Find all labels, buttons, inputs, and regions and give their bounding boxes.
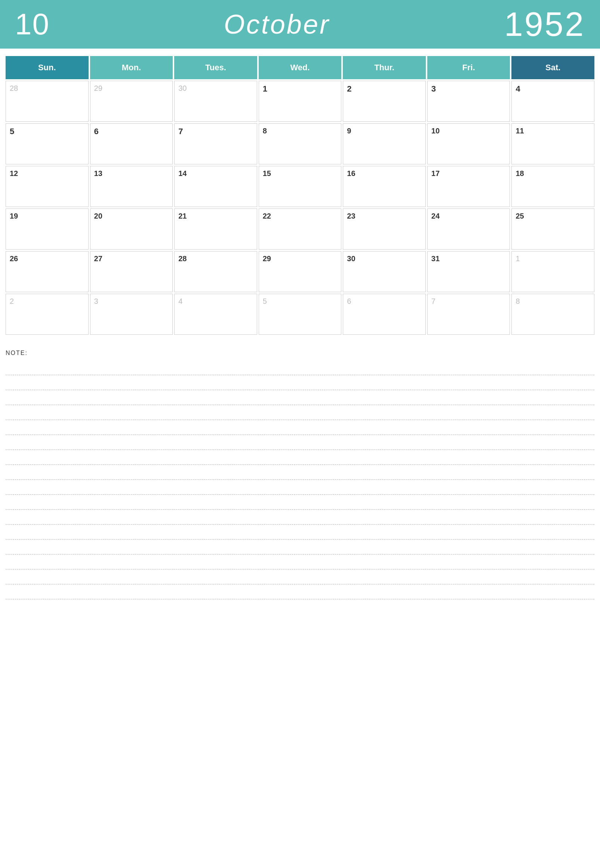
day-number: 31	[432, 254, 439, 263]
calendar-cell: 29	[259, 251, 342, 292]
calendar-header: 10 October 1952	[0, 0, 600, 48]
day-number: 9	[347, 127, 351, 135]
days-header: Sun.Mon.Tues.Wed.Thur.Fri.Sat.	[6, 56, 594, 79]
calendar-cell: 8	[259, 123, 342, 165]
day-header-mon: Mon.	[90, 56, 173, 79]
calendar-cell: 13	[90, 166, 173, 207]
calendar-cell: 24	[427, 209, 510, 250]
day-number: 22	[263, 212, 271, 220]
calendar-cell: 20	[90, 209, 173, 250]
day-number: 7	[432, 297, 435, 305]
day-number: 28	[10, 84, 18, 92]
day-number: 21	[178, 212, 186, 220]
day-number: 8	[515, 297, 520, 305]
note-line	[6, 495, 594, 510]
calendar-cell: 28	[6, 81, 89, 122]
calendar-cell: 3	[90, 294, 173, 335]
day-number: 14	[178, 169, 186, 177]
day-number: 3	[94, 297, 98, 305]
calendar-cell: 29	[90, 81, 173, 122]
calendar-cell: 28	[174, 251, 257, 292]
calendar-cell: 9	[343, 123, 426, 165]
day-header-fri: Fri.	[427, 56, 510, 79]
note-line	[6, 569, 594, 584]
calendar-cell: 26	[6, 251, 89, 292]
day-number: 13	[94, 169, 102, 177]
day-header-sat: Sat.	[511, 56, 594, 79]
note-line	[6, 555, 594, 569]
calendar-cell: 2	[6, 294, 89, 335]
calendar-cell: 15	[259, 166, 342, 207]
day-header-wed: Wed.	[259, 56, 342, 79]
notes-label: NOTE:	[6, 350, 594, 357]
day-number: 16	[347, 169, 355, 177]
calendar-cell: 30	[174, 81, 257, 122]
note-line	[6, 405, 594, 420]
day-number: 6	[94, 127, 99, 136]
calendar-cell: 6	[90, 123, 173, 165]
day-number: 2	[10, 297, 14, 305]
calendar-cell: 8	[511, 294, 594, 335]
calendar-cell: 25	[511, 209, 594, 250]
calendar-cell: 18	[511, 166, 594, 207]
day-header-tues: Tues.	[174, 56, 257, 79]
calendar-cell: 7	[174, 123, 257, 165]
note-line	[6, 435, 594, 450]
day-number: 29	[263, 254, 271, 263]
calendar-cell: 10	[427, 123, 510, 165]
note-line	[6, 450, 594, 465]
calendar-cell: 1	[259, 81, 342, 122]
calendar-cell: 11	[511, 123, 594, 165]
day-number: 1	[263, 84, 267, 94]
calendar-grid: 2829301234567891011121314151617181920212…	[6, 81, 594, 335]
day-number: 11	[515, 127, 524, 135]
note-lines-container	[6, 360, 594, 599]
day-header-thur: Thur.	[343, 56, 426, 79]
day-number: 30	[178, 84, 186, 92]
calendar-cell: 31	[427, 251, 510, 292]
day-number: 18	[515, 169, 524, 177]
day-number: 26	[10, 254, 18, 263]
calendar-cell: 5	[259, 294, 342, 335]
day-number: 10	[432, 127, 439, 135]
note-line	[6, 510, 594, 525]
calendar-cell: 17	[427, 166, 510, 207]
day-number: 25	[515, 212, 524, 220]
day-number: 29	[94, 84, 102, 92]
header-month-number: 10	[15, 7, 50, 41]
day-number: 4	[515, 84, 520, 94]
day-number: 15	[263, 169, 271, 177]
day-number: 23	[347, 212, 355, 220]
calendar-cell: 19	[6, 209, 89, 250]
calendar-cell: 3	[427, 81, 510, 122]
calendar-cell: 16	[343, 166, 426, 207]
day-number: 20	[94, 212, 102, 220]
day-number: 8	[263, 127, 267, 135]
day-number: 2	[347, 84, 352, 94]
note-line	[6, 584, 594, 599]
calendar-cell: 14	[174, 166, 257, 207]
day-number: 27	[94, 254, 102, 263]
note-line	[6, 465, 594, 480]
day-number: 12	[10, 169, 18, 177]
calendar-cell: 4	[511, 81, 594, 122]
calendar-cell: 23	[343, 209, 426, 250]
header-year: 1952	[504, 5, 585, 44]
note-line	[6, 480, 594, 495]
day-number: 19	[10, 212, 18, 220]
calendar-cell: 5	[6, 123, 89, 165]
calendar-cell: 7	[427, 294, 510, 335]
calendar-cell: 30	[343, 251, 426, 292]
day-number: 5	[263, 297, 267, 305]
day-number: 30	[347, 254, 355, 263]
day-number: 3	[432, 84, 436, 94]
day-number: 17	[432, 169, 439, 177]
calendar-cell: 27	[90, 251, 173, 292]
day-header-sun: Sun.	[6, 56, 89, 79]
note-line	[6, 540, 594, 555]
day-number: 4	[178, 297, 182, 305]
day-number: 5	[10, 127, 14, 136]
calendar-cell: 6	[343, 294, 426, 335]
note-line	[6, 390, 594, 405]
day-number: 1	[515, 254, 520, 263]
